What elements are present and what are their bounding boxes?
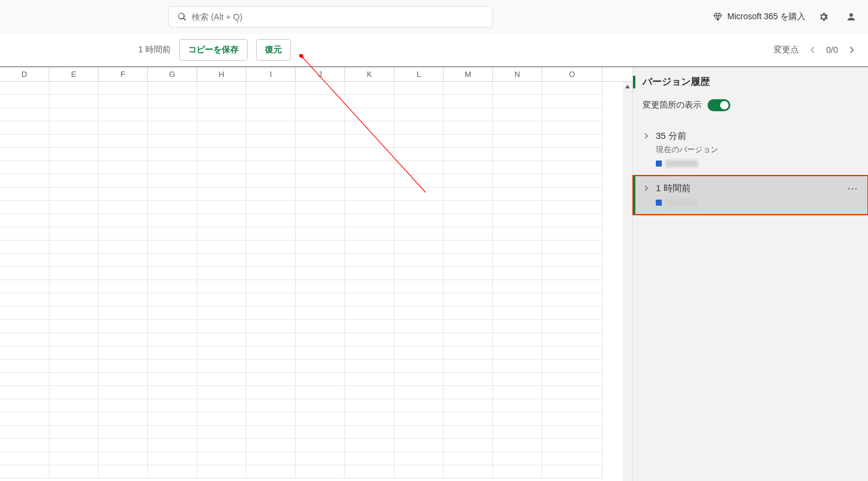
cell[interactable]: [394, 280, 444, 293]
cell[interactable]: [99, 174, 148, 188]
cell[interactable]: [444, 240, 493, 254]
cell[interactable]: [296, 426, 345, 439]
cell[interactable]: [296, 161, 345, 174]
cell[interactable]: [0, 320, 49, 333]
cell[interactable]: [0, 399, 49, 412]
cell[interactable]: [444, 360, 493, 373]
cell[interactable]: [148, 108, 197, 121]
cell[interactable]: [542, 307, 602, 320]
cell[interactable]: [148, 360, 197, 373]
cell[interactable]: [246, 399, 296, 412]
cell[interactable]: [148, 201, 197, 214]
cell[interactable]: [493, 307, 542, 320]
cell[interactable]: [444, 307, 493, 320]
cell[interactable]: [493, 439, 542, 452]
cell[interactable]: [246, 121, 296, 135]
cell[interactable]: [148, 452, 197, 465]
cell[interactable]: [148, 439, 197, 452]
cell[interactable]: [49, 121, 99, 135]
cell[interactable]: [345, 227, 394, 240]
cell[interactable]: [345, 346, 394, 360]
cell[interactable]: [542, 135, 602, 148]
cell[interactable]: [345, 201, 394, 214]
cell[interactable]: [345, 333, 394, 346]
cell[interactable]: [345, 373, 394, 386]
cell[interactable]: [493, 320, 542, 333]
cell[interactable]: [345, 240, 394, 254]
cell[interactable]: [99, 240, 148, 254]
cell[interactable]: [345, 452, 394, 465]
cell[interactable]: [444, 346, 493, 360]
cell[interactable]: [99, 267, 148, 280]
cell[interactable]: [148, 399, 197, 412]
cell[interactable]: [542, 399, 602, 412]
cell[interactable]: [49, 333, 99, 346]
column-header[interactable]: O: [542, 67, 602, 81]
cell[interactable]: [246, 82, 296, 95]
cell[interactable]: [394, 320, 444, 333]
cell[interactable]: [345, 135, 394, 148]
cell[interactable]: [493, 452, 542, 465]
cell[interactable]: [148, 254, 197, 267]
cell[interactable]: [197, 108, 246, 121]
cell[interactable]: [49, 373, 99, 386]
cell[interactable]: [296, 373, 345, 386]
cell[interactable]: [99, 227, 148, 240]
cell[interactable]: [493, 280, 542, 293]
cell[interactable]: [197, 360, 246, 373]
cell[interactable]: [493, 386, 542, 399]
cell[interactable]: [394, 148, 444, 161]
cell[interactable]: [148, 95, 197, 108]
cell[interactable]: [99, 439, 148, 452]
account-button[interactable]: [842, 7, 861, 26]
cell[interactable]: [296, 82, 345, 95]
scroll-up-button[interactable]: [623, 82, 632, 91]
version-more-button[interactable]: ···: [848, 184, 858, 194]
cell[interactable]: [0, 439, 49, 452]
cell[interactable]: [197, 465, 246, 479]
cell[interactable]: [246, 201, 296, 214]
cell[interactable]: [542, 174, 602, 188]
cell[interactable]: [0, 227, 49, 240]
cell[interactable]: [296, 214, 345, 227]
cell[interactable]: [542, 148, 602, 161]
cell[interactable]: [394, 412, 444, 426]
cell[interactable]: [444, 280, 493, 293]
cell[interactable]: [148, 412, 197, 426]
cell[interactable]: [148, 307, 197, 320]
cell[interactable]: [345, 188, 394, 201]
cell[interactable]: [493, 108, 542, 121]
cell[interactable]: [246, 135, 296, 148]
cell[interactable]: [246, 214, 296, 227]
save-copy-button[interactable]: コピーを保存: [179, 39, 248, 61]
cell[interactable]: [197, 240, 246, 254]
cell[interactable]: [99, 293, 148, 307]
settings-button[interactable]: [814, 7, 833, 26]
cell[interactable]: [542, 346, 602, 360]
cell[interactable]: [0, 214, 49, 227]
cell[interactable]: [296, 307, 345, 320]
cell[interactable]: [444, 267, 493, 280]
cell[interactable]: [49, 439, 99, 452]
cell[interactable]: [493, 399, 542, 412]
cell[interactable]: [345, 320, 394, 333]
cell[interactable]: [394, 174, 444, 188]
cell[interactable]: [394, 307, 444, 320]
cell[interactable]: [296, 293, 345, 307]
cell[interactable]: [148, 386, 197, 399]
cell[interactable]: [246, 439, 296, 452]
cell[interactable]: [49, 148, 99, 161]
cell[interactable]: [197, 135, 246, 148]
cell[interactable]: [0, 161, 49, 174]
cell[interactable]: [148, 465, 197, 479]
cell[interactable]: [0, 108, 49, 121]
cell[interactable]: [394, 240, 444, 254]
cell[interactable]: [444, 188, 493, 201]
cell[interactable]: [197, 307, 246, 320]
cell[interactable]: [148, 293, 197, 307]
cell[interactable]: [0, 386, 49, 399]
cell[interactable]: [197, 148, 246, 161]
cell[interactable]: [345, 307, 394, 320]
cell[interactable]: [542, 267, 602, 280]
cell[interactable]: [99, 82, 148, 95]
